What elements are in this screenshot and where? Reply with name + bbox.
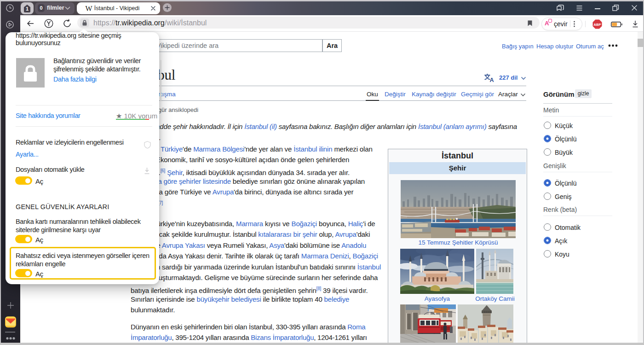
svg-text:A: A	[490, 77, 494, 82]
svg-text:ABP: ABP	[594, 23, 601, 27]
svg-text:W: W	[85, 5, 92, 12]
svg-text:1: 1	[26, 6, 29, 12]
